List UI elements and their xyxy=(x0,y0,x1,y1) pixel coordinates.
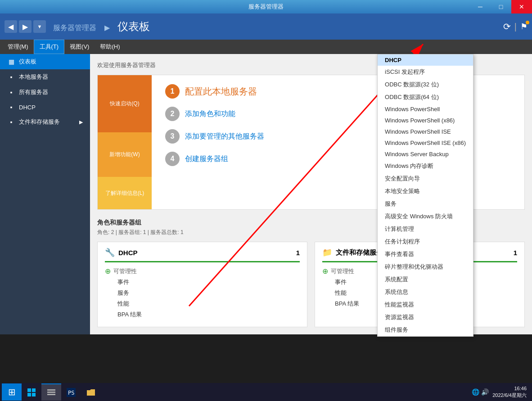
dropdown-item-defrag[interactable]: 碎片整理和优化驱动器 xyxy=(378,261,473,273)
ql-quickstart-label: 快速启动(Q) xyxy=(110,100,139,108)
dropdown-item-powershell-ise-x86[interactable]: Windows PowerShell ISE (x86) xyxy=(378,137,473,149)
back-button[interactable]: ◀ xyxy=(5,20,17,33)
flag-icon[interactable]: ⚑ xyxy=(520,22,527,32)
header-actions: ⟳ | ⚑ xyxy=(503,21,527,32)
svg-rect-8 xyxy=(47,394,55,395)
svg-rect-4 xyxy=(27,393,31,396)
dropdown-item-powershell-x86[interactable]: Windows PowerShell (x86) xyxy=(378,115,473,126)
step-4-text[interactable]: 创建服务器组 xyxy=(185,154,228,164)
maximize-button[interactable]: □ xyxy=(491,0,511,14)
dropdown-item-eventview[interactable]: 事件查看器 xyxy=(378,248,473,261)
dropdown-item-powershell[interactable]: Windows PowerShell xyxy=(378,104,473,115)
ql-sidebar: 快速启动(Q) 新增功能(W) 了解详细信息(L) xyxy=(98,75,152,209)
dropdown-item-msconfig[interactable]: 系统配置 xyxy=(378,273,473,286)
dropdown-item-resmon[interactable]: 资源监视器 xyxy=(378,311,473,324)
dropdown-item-tasksch[interactable]: 任务计划程序 xyxy=(378,235,473,248)
dropdown-item-firewall[interactable]: 高级安全 Windows 防火墙 xyxy=(378,210,473,223)
titlebar-controls: ─ □ ✕ xyxy=(470,0,532,14)
filestorage-manageable-icon: ⊕ xyxy=(322,267,328,275)
dropdown-item-complus[interactable]: 组件服务 xyxy=(378,324,473,336)
sidebar-item-dashboard[interactable]: ▦ 仪表板 xyxy=(0,54,90,69)
step-4-number: 4 xyxy=(165,152,180,166)
dhcp-manageable-row: ⊕ 可管理性 xyxy=(105,267,300,275)
ql-newfeature-label: 新增功能(W) xyxy=(109,151,140,158)
local-server-icon: ▪ xyxy=(7,73,15,81)
dropdown-item-wsbackup[interactable]: Windows Server Backup xyxy=(378,149,473,160)
ql-quickstart-block[interactable]: 快速启动(Q) xyxy=(98,75,152,132)
dhcp-service-text: 服务 xyxy=(117,289,129,297)
minimize-button[interactable]: ─ xyxy=(470,0,491,14)
dhcp-event-text: 事件 xyxy=(117,278,129,286)
taskbar-app-explorer[interactable] xyxy=(22,383,41,401)
dropdown-item-localpol[interactable]: 本地安全策略 xyxy=(378,185,473,198)
dropdown-item-compman[interactable]: 计算机管理 xyxy=(378,223,473,235)
dropdown-item-sysinfo[interactable]: 系统信息 xyxy=(378,286,473,298)
ql-learnmore-label: 了解详细信息(L) xyxy=(105,189,144,197)
menu-manage[interactable]: 管理(M) xyxy=(2,40,34,54)
ql-newfeature-block[interactable]: 新增功能(W) xyxy=(98,132,152,177)
network-icon: 🌐 xyxy=(472,388,479,396)
menu-help[interactable]: 帮助(H) xyxy=(95,40,125,54)
dhcp-card-count: 1 xyxy=(296,249,300,257)
filestorage-card-count: 1 xyxy=(514,249,517,257)
sidebar-label-dashboard: 仪表板 xyxy=(19,58,36,66)
dropdown-item-secwizard[interactable]: 安全配置向导 xyxy=(378,172,473,185)
filestorage-perf-text: 性能 xyxy=(335,289,347,297)
dropdown-item-perfmon[interactable]: 性能监视器 xyxy=(378,298,473,311)
dropdown-item-memdiag[interactable]: Windows 内存诊断 xyxy=(378,160,473,172)
svg-rect-6 xyxy=(47,389,55,391)
header: ◀ ▶ ▼ 服务器管理器 ▶ 仪表板 ⟳ | ⚑ xyxy=(0,14,532,40)
dhcp-bpa-row: BPA 结果 xyxy=(105,311,300,319)
breadcrumb-root[interactable]: 服务器管理器 xyxy=(53,24,96,32)
taskbar-app-powershell[interactable]: PS xyxy=(61,383,81,401)
dropdown-item-odbc32[interactable]: ODBC 数据源(32 位) xyxy=(378,78,473,91)
nav-buttons: ◀ ▶ ▼ xyxy=(5,20,46,33)
dropdown-button[interactable]: ▼ xyxy=(33,20,46,33)
filestorage-card-icon: 📁 xyxy=(322,248,332,257)
dropdown-item-odbc64[interactable]: ODBC 数据源(64 位) xyxy=(378,91,473,104)
forward-button[interactable]: ▶ xyxy=(19,20,32,33)
dhcp-card-title-group: 🔧 DHCP xyxy=(105,248,138,257)
dhcp-service-row: 服务 xyxy=(105,289,300,297)
dhcp-perf-row: 性能 xyxy=(105,300,300,308)
dropdown-item-services[interactable]: 服务 xyxy=(378,198,473,210)
filestorage-card-title: 文件和存储服务 xyxy=(336,248,383,257)
sidebar-item-dhcp[interactable]: ▪ DHCP xyxy=(0,100,90,114)
taskbar-system-icons: 🌐 🔊 xyxy=(472,388,489,396)
dhcp-manageable-text: 可管理性 xyxy=(113,267,137,275)
dhcp-card-header: 🔧 DHCP 1 xyxy=(105,248,300,257)
step-1-text[interactable]: 配置此本地服务器 xyxy=(185,86,257,98)
sidebar-label-local-server: 本地服务器 xyxy=(19,73,48,81)
sidebar-label-file-storage: 文件和存储服务 xyxy=(19,118,60,126)
filestorage-manageable-text: 可管理性 xyxy=(331,267,354,275)
dropdown-item-powershell-ise[interactable]: Windows PowerShell ISE xyxy=(378,126,473,137)
refresh-icon[interactable]: ⟳ xyxy=(503,21,511,32)
sidebar-item-local-server[interactable]: ▪ 本地服务器 xyxy=(0,69,90,85)
svg-rect-5 xyxy=(32,393,36,396)
tools-dropdown: DHCP iSCSI 发起程序 ODBC 数据源(32 位) ODBC 数据源(… xyxy=(377,54,473,337)
sidebar-label-dhcp: DHCP xyxy=(19,104,36,111)
sidebar-label-all-servers: 所有服务器 xyxy=(19,88,48,96)
dropdown-item-iscsi[interactable]: iSCSI 发起程序 xyxy=(378,66,473,78)
step-3-text[interactable]: 添加要管理的其他服务器 xyxy=(185,132,264,141)
ql-learnmore-block[interactable]: 了解详细信息(L) xyxy=(98,177,152,209)
sidebar-item-file-storage[interactable]: ▪ 文件和存储服务 ▶ xyxy=(0,114,90,130)
dropdown-item-dhcp[interactable]: DHCP xyxy=(378,54,473,66)
dhcp-manageable-icon: ⊕ xyxy=(105,267,111,275)
menubar: 管理(M) 工具(T) 视图(V) 帮助(H) DHCP iSCSI 发起程序 … xyxy=(0,40,532,54)
menu-tools[interactable]: 工具(T) xyxy=(34,40,65,54)
dhcp-role-card: 🔧 DHCP 1 ⊕ 可管理性 事件 服务 xyxy=(97,242,307,327)
close-button[interactable]: ✕ xyxy=(511,0,532,14)
menu-view[interactable]: 视图(V) xyxy=(64,40,95,54)
start-button[interactable]: ⊞ xyxy=(2,383,22,401)
dhcp-bpa-text: BPA 结果 xyxy=(117,311,142,319)
svg-text:PS: PS xyxy=(68,390,74,396)
titlebar-title: 服务器管理器 xyxy=(248,3,284,11)
taskbar-app-folder[interactable] xyxy=(81,383,101,401)
filestorage-bpa-text: BPA 结果 xyxy=(335,300,359,308)
sidebar-item-all-servers[interactable]: ▪ 所有服务器 xyxy=(0,85,90,100)
step-2-text[interactable]: 添加角色和功能 xyxy=(185,109,235,119)
dhcp-icon: ▪ xyxy=(7,104,15,111)
filestorage-card-title-group: 📁 文件和存储服务 xyxy=(322,248,383,257)
taskbar-app-server-manager[interactable] xyxy=(41,383,61,401)
